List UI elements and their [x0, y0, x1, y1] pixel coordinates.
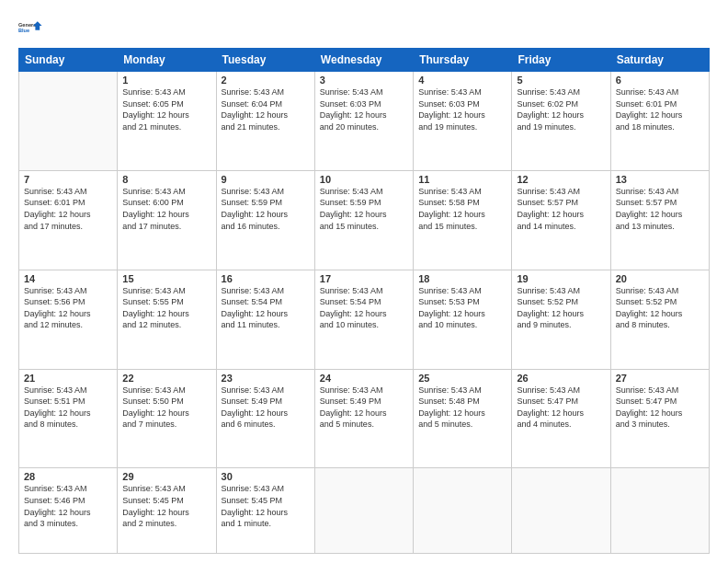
day-number: 23	[222, 373, 310, 384]
day-number: 19	[517, 273, 605, 284]
day-number: 1	[122, 75, 210, 86]
calendar-cell: 21Sunrise: 5:43 AM Sunset: 5:51 PM Dayli…	[19, 369, 118, 468]
calendar-cell: 25Sunrise: 5:43 AM Sunset: 5:48 PM Dayli…	[414, 369, 512, 468]
calendar-cell: 12Sunrise: 5:43 AM Sunset: 5:57 PM Dayli…	[512, 170, 610, 270]
day-info: Sunrise: 5:43 AM Sunset: 5:49 PM Dayligh…	[320, 385, 408, 431]
day-number: 2	[222, 75, 310, 86]
calendar-week-row: 21Sunrise: 5:43 AM Sunset: 5:51 PM Dayli…	[19, 369, 710, 468]
day-info: Sunrise: 5:43 AM Sunset: 5:57 PM Dayligh…	[616, 186, 704, 232]
calendar-cell: 17Sunrise: 5:43 AM Sunset: 5:54 PM Dayli…	[314, 270, 413, 369]
day-number: 8	[122, 174, 210, 185]
column-header-saturday: Saturday	[610, 49, 709, 72]
calendar-cell: 19Sunrise: 5:43 AM Sunset: 5:52 PM Dayli…	[512, 270, 610, 369]
day-number: 16	[222, 273, 310, 284]
day-number: 12	[517, 174, 605, 185]
day-number: 30	[222, 471, 310, 482]
column-header-friday: Friday	[512, 49, 610, 72]
day-info: Sunrise: 5:43 AM Sunset: 6:01 PM Dayligh…	[616, 86, 704, 132]
day-number: 21	[24, 373, 112, 384]
day-info: Sunrise: 5:43 AM Sunset: 5:54 PM Dayligh…	[320, 285, 408, 331]
day-number: 26	[517, 373, 605, 384]
day-number: 4	[418, 75, 506, 86]
calendar-cell	[512, 468, 610, 554]
day-number: 27	[616, 373, 704, 384]
day-info: Sunrise: 5:43 AM Sunset: 5:59 PM Dayligh…	[320, 186, 408, 232]
calendar-cell: 23Sunrise: 5:43 AM Sunset: 5:49 PM Dayli…	[216, 369, 314, 468]
calendar-cell	[414, 468, 512, 554]
day-info: Sunrise: 5:43 AM Sunset: 6:03 PM Dayligh…	[320, 86, 408, 132]
day-info: Sunrise: 5:43 AM Sunset: 5:52 PM Dayligh…	[616, 285, 704, 331]
calendar-cell: 9Sunrise: 5:43 AM Sunset: 5:59 PM Daylig…	[216, 170, 314, 270]
day-info: Sunrise: 5:43 AM Sunset: 5:47 PM Dayligh…	[616, 385, 704, 431]
calendar-cell: 30Sunrise: 5:43 AM Sunset: 5:45 PM Dayli…	[216, 468, 314, 554]
day-info: Sunrise: 5:43 AM Sunset: 5:53 PM Dayligh…	[418, 285, 506, 331]
calendar-cell: 11Sunrise: 5:43 AM Sunset: 5:58 PM Dayli…	[414, 170, 512, 270]
calendar-cell: 18Sunrise: 5:43 AM Sunset: 5:53 PM Dayli…	[414, 270, 512, 369]
calendar-week-row: 14Sunrise: 5:43 AM Sunset: 5:56 PM Dayli…	[19, 270, 710, 369]
day-info: Sunrise: 5:43 AM Sunset: 5:57 PM Dayligh…	[517, 186, 605, 232]
day-number: 20	[616, 273, 704, 284]
day-info: Sunrise: 5:43 AM Sunset: 5:59 PM Dayligh…	[222, 186, 310, 232]
day-number: 25	[418, 373, 506, 384]
calendar-header-row: SundayMondayTuesdayWednesdayThursdayFrid…	[19, 49, 710, 72]
day-number: 29	[122, 471, 210, 482]
day-number: 28	[24, 471, 112, 482]
day-info: Sunrise: 5:43 AM Sunset: 6:04 PM Dayligh…	[222, 86, 310, 132]
day-info: Sunrise: 5:43 AM Sunset: 5:49 PM Dayligh…	[222, 385, 310, 431]
calendar-week-row: 1Sunrise: 5:43 AM Sunset: 6:05 PM Daylig…	[19, 72, 710, 171]
day-info: Sunrise: 5:43 AM Sunset: 5:48 PM Dayligh…	[418, 385, 506, 431]
day-number: 18	[418, 273, 506, 284]
calendar-cell: 3Sunrise: 5:43 AM Sunset: 6:03 PM Daylig…	[314, 72, 413, 171]
day-info: Sunrise: 5:43 AM Sunset: 5:45 PM Dayligh…	[222, 483, 310, 529]
calendar-cell: 16Sunrise: 5:43 AM Sunset: 5:54 PM Dayli…	[216, 270, 314, 369]
day-number: 11	[418, 174, 506, 185]
calendar-cell: 1Sunrise: 5:43 AM Sunset: 6:05 PM Daylig…	[118, 72, 216, 171]
day-info: Sunrise: 5:43 AM Sunset: 5:55 PM Dayligh…	[122, 285, 210, 331]
day-info: Sunrise: 5:43 AM Sunset: 6:05 PM Dayligh…	[122, 86, 210, 132]
calendar-cell: 5Sunrise: 5:43 AM Sunset: 6:02 PM Daylig…	[512, 72, 610, 171]
column-header-sunday: Sunday	[19, 49, 118, 72]
column-header-monday: Monday	[118, 49, 216, 72]
day-number: 6	[616, 75, 704, 86]
calendar-week-row: 7Sunrise: 5:43 AM Sunset: 6:01 PM Daylig…	[19, 170, 710, 270]
calendar-cell: 8Sunrise: 5:43 AM Sunset: 6:00 PM Daylig…	[118, 170, 216, 270]
day-number: 9	[222, 174, 310, 185]
day-number: 5	[517, 75, 605, 86]
day-info: Sunrise: 5:43 AM Sunset: 5:52 PM Dayligh…	[517, 285, 605, 331]
page-header: GeneralBlue	[18, 15, 710, 40]
day-number: 22	[122, 373, 210, 384]
day-info: Sunrise: 5:43 AM Sunset: 5:56 PM Dayligh…	[24, 285, 112, 331]
day-number: 17	[320, 273, 408, 284]
calendar-cell: 27Sunrise: 5:43 AM Sunset: 5:47 PM Dayli…	[610, 369, 709, 468]
day-number: 15	[122, 273, 210, 284]
calendar-cell: 6Sunrise: 5:43 AM Sunset: 6:01 PM Daylig…	[610, 72, 709, 171]
day-number: 10	[320, 174, 408, 185]
day-info: Sunrise: 5:43 AM Sunset: 6:02 PM Dayligh…	[517, 86, 605, 132]
calendar-table: SundayMondayTuesdayWednesdayThursdayFrid…	[18, 48, 710, 554]
calendar-cell: 24Sunrise: 5:43 AM Sunset: 5:49 PM Dayli…	[314, 369, 413, 468]
day-info: Sunrise: 5:43 AM Sunset: 5:46 PM Dayligh…	[24, 483, 112, 529]
day-info: Sunrise: 5:43 AM Sunset: 6:03 PM Dayligh…	[418, 86, 506, 132]
calendar-week-row: 28Sunrise: 5:43 AM Sunset: 5:46 PM Dayli…	[19, 468, 710, 554]
calendar-cell: 13Sunrise: 5:43 AM Sunset: 5:57 PM Dayli…	[610, 170, 709, 270]
column-header-thursday: Thursday	[414, 49, 512, 72]
calendar-cell: 7Sunrise: 5:43 AM Sunset: 6:01 PM Daylig…	[19, 170, 118, 270]
calendar-cell: 10Sunrise: 5:43 AM Sunset: 5:59 PM Dayli…	[314, 170, 413, 270]
calendar-cell: 22Sunrise: 5:43 AM Sunset: 5:50 PM Dayli…	[118, 369, 216, 468]
calendar-cell: 15Sunrise: 5:43 AM Sunset: 5:55 PM Dayli…	[118, 270, 216, 369]
logo: GeneralBlue	[18, 15, 44, 40]
calendar-cell	[314, 468, 413, 554]
svg-text:Blue: Blue	[18, 28, 29, 33]
day-info: Sunrise: 5:43 AM Sunset: 5:45 PM Dayligh…	[122, 483, 210, 529]
day-info: Sunrise: 5:43 AM Sunset: 6:01 PM Dayligh…	[24, 186, 112, 232]
day-number: 14	[24, 273, 112, 284]
calendar-cell: 28Sunrise: 5:43 AM Sunset: 5:46 PM Dayli…	[19, 468, 118, 554]
day-info: Sunrise: 5:43 AM Sunset: 5:58 PM Dayligh…	[418, 186, 506, 232]
day-info: Sunrise: 5:43 AM Sunset: 5:54 PM Dayligh…	[222, 285, 310, 331]
calendar-cell: 14Sunrise: 5:43 AM Sunset: 5:56 PM Dayli…	[19, 270, 118, 369]
day-number: 3	[320, 75, 408, 86]
calendar-cell	[610, 468, 709, 554]
day-number: 7	[24, 174, 112, 185]
calendar-cell	[19, 72, 118, 171]
calendar-cell: 20Sunrise: 5:43 AM Sunset: 5:52 PM Dayli…	[610, 270, 709, 369]
